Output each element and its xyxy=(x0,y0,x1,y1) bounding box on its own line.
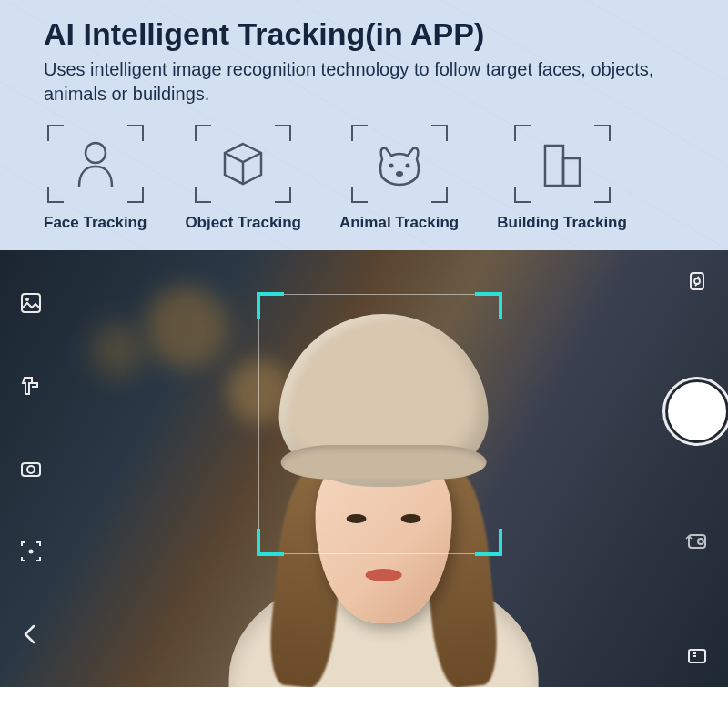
svg-point-13 xyxy=(698,539,703,544)
svg-rect-4 xyxy=(545,146,563,186)
right-control-bar xyxy=(672,250,723,687)
feature-label: Face Tracking xyxy=(44,214,147,232)
building-icon xyxy=(512,123,612,205)
feature-building-tracking: Building Tracking xyxy=(497,123,627,232)
left-control-bar xyxy=(5,250,56,687)
svg-rect-11 xyxy=(691,273,703,289)
svg-rect-14 xyxy=(689,650,705,662)
info-panel: AI Intelligent Tracking(in APP) Uses int… xyxy=(0,0,728,250)
svg-point-2 xyxy=(405,164,410,168)
person-icon xyxy=(46,123,146,205)
fullscreen-icon[interactable] xyxy=(682,642,712,671)
feature-label: Animal Tracking xyxy=(339,214,459,232)
svg-point-1 xyxy=(389,164,393,168)
tracking-reticle xyxy=(258,294,500,554)
switch-camera-icon[interactable] xyxy=(682,526,712,555)
cube-icon xyxy=(193,123,293,205)
dog-icon xyxy=(349,123,450,205)
gimbal-mode-icon[interactable] xyxy=(16,371,46,400)
svg-point-3 xyxy=(396,171,403,177)
svg-rect-6 xyxy=(22,294,40,312)
rotate-icon[interactable] xyxy=(682,267,712,296)
page-title: AI Intelligent Tracking(in APP) xyxy=(44,16,684,52)
feature-row: Face Tracking Object Tracking xyxy=(44,123,684,232)
svg-point-0 xyxy=(86,143,106,163)
back-icon[interactable] xyxy=(16,620,46,649)
feature-object-tracking: Object Tracking xyxy=(185,123,301,232)
feature-animal-tracking: Animal Tracking xyxy=(339,123,459,232)
feature-label: Object Tracking xyxy=(185,214,301,232)
svg-point-7 xyxy=(25,298,29,301)
svg-point-10 xyxy=(29,550,34,554)
feature-label: Building Tracking xyxy=(497,214,627,232)
feature-face-tracking: Face Tracking xyxy=(44,123,147,232)
page-subtitle: Uses intelligent image recognition techn… xyxy=(44,57,681,106)
camera-viewfinder xyxy=(0,250,728,687)
shutter-button[interactable] xyxy=(668,382,726,440)
svg-rect-5 xyxy=(563,158,580,186)
focus-mode-icon[interactable] xyxy=(16,537,46,566)
svg-point-9 xyxy=(27,466,35,473)
settings-camera-icon[interactable] xyxy=(16,454,46,483)
gallery-icon[interactable] xyxy=(16,288,46,318)
